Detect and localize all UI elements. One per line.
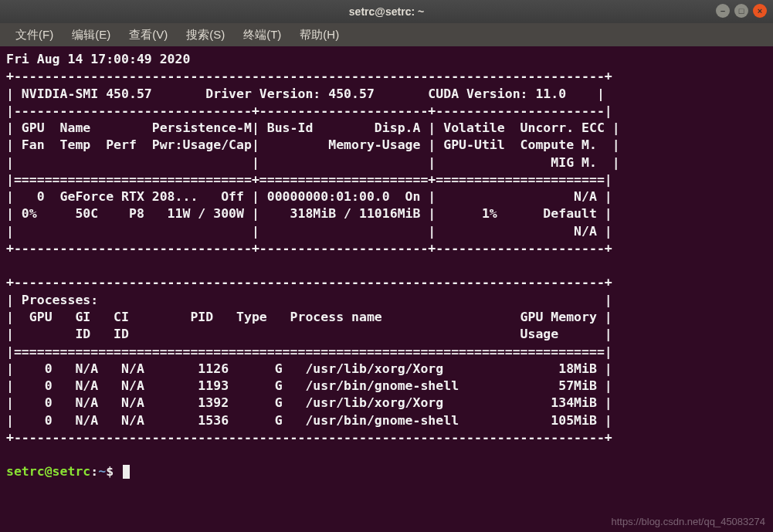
menu-search[interactable]: 搜索(S) (178, 25, 232, 46)
menu-view[interactable]: 查看(V) (121, 25, 175, 46)
menu-edit[interactable]: 编辑(E) (64, 25, 118, 46)
timestamp-line: Fri Aug 14 17:00:49 2020 (6, 52, 190, 66)
prompt-path: ~ (98, 464, 106, 479)
window-title: setrc@setrc: ~ (349, 5, 424, 18)
prompt-colon: : (90, 464, 98, 479)
menu-file[interactable]: 文件(F) (8, 25, 61, 46)
maximize-button[interactable]: □ (734, 4, 748, 18)
window-controls: – □ × (716, 4, 767, 18)
terminal-output[interactable]: Fri Aug 14 17:00:49 2020 +--------------… (0, 46, 773, 486)
prompt-dollar: $ (106, 464, 114, 479)
watermark: https://blog.csdn.net/qq_45083274 (612, 516, 766, 527)
close-button[interactable]: × (753, 4, 767, 18)
window-titlebar: setrc@setrc: ~ – □ × (0, 0, 773, 23)
minimize-button[interactable]: – (716, 4, 730, 18)
menubar: 文件(F) 编辑(E) 查看(V) 搜索(S) 终端(T) 帮助(H) (0, 23, 773, 46)
cursor (123, 465, 130, 479)
prompt-user-host: setrc@setrc (6, 464, 90, 479)
menu-terminal[interactable]: 终端(T) (236, 25, 289, 46)
smi-table: +---------------------------------------… (6, 69, 620, 445)
menu-help[interactable]: 帮助(H) (292, 25, 347, 46)
